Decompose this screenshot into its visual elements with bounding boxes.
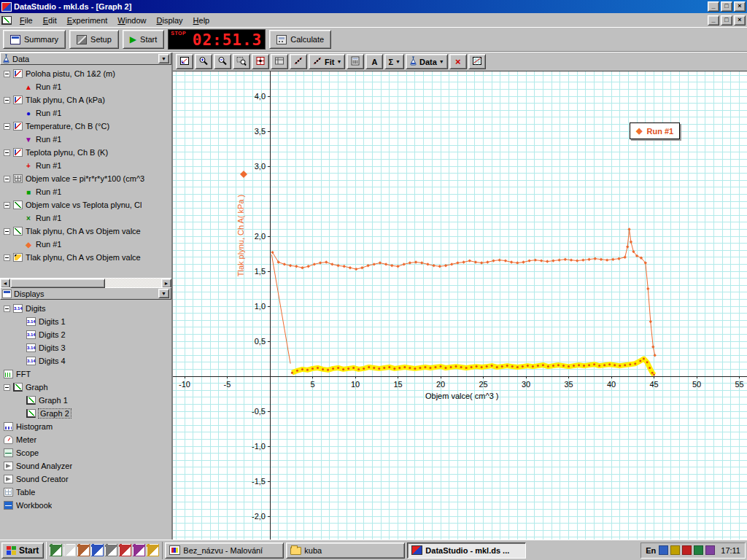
display-item[interactable]: Sound Creator <box>0 472 171 486</box>
menu-item-help[interactable]: Help <box>188 15 215 26</box>
tree-collapse-icon[interactable] <box>4 149 10 156</box>
start-menu-button[interactable]: Start <box>1 542 44 559</box>
tree-collapse-icon[interactable] <box>4 202 10 209</box>
graph-canvas[interactable]: -10-55101520253035404550554,03,53,02,01,… <box>173 71 747 540</box>
data-item[interactable]: Tlak plynu, Ch A vs Objem valce <box>0 225 171 238</box>
tree-collapse-icon[interactable] <box>4 254 10 261</box>
data-menu-button[interactable]: Data▼ <box>406 54 448 69</box>
data-item[interactable]: Teplota plynu, Ch B (K) <box>0 146 171 159</box>
scrollbar-track[interactable] <box>10 279 161 287</box>
graph-legend[interactable]: ◆ Run #1 <box>630 122 680 139</box>
scheduler-icon[interactable] <box>670 545 680 555</box>
tree-collapse-icon[interactable] <box>4 384 10 391</box>
task-button[interactable]: DataStudio - mkl.ds ... <box>407 542 526 559</box>
tree-collapse-icon[interactable] <box>4 306 10 312</box>
display-item[interactable]: Scope <box>0 446 171 459</box>
data-run-item[interactable]: ■Run #1 <box>0 185 171 198</box>
antivirus-icon[interactable] <box>682 545 692 555</box>
display-subitem[interactable]: Graph 2 <box>0 407 171 420</box>
tree-collapse-icon[interactable] <box>4 176 10 182</box>
menu-item-experiment[interactable]: Experiment <box>62 15 113 26</box>
display-item[interactable]: Histogram <box>0 420 171 433</box>
graph-settings-button[interactable] <box>468 54 486 69</box>
zoom-select-button[interactable] <box>233 54 250 69</box>
data-panel-header[interactable]: Data ▼ <box>0 52 171 65</box>
quicklaunch-icon-2[interactable] <box>63 544 76 556</box>
child-restore-button[interactable]: □ <box>721 15 732 26</box>
child-minimize-button[interactable]: _ <box>708 15 719 26</box>
scale-to-fit-button[interactable] <box>176 54 193 69</box>
displays-panel-header[interactable]: Displays ▼ <box>0 287 171 300</box>
setup-button[interactable]: Setup <box>69 30 119 49</box>
quicklaunch-icon-6[interactable] <box>119 544 131 556</box>
zoom-in-button[interactable] <box>195 54 212 69</box>
display-subitem[interactable]: Digits 1 <box>0 315 171 328</box>
display-item[interactable]: Table <box>0 486 171 499</box>
data-item[interactable]: Objem valce = pi*r*r*y*100 (cm^3 <box>0 172 171 185</box>
tree-collapse-icon[interactable] <box>4 97 10 104</box>
volume-icon[interactable] <box>694 545 703 555</box>
display-item[interactable]: Meter <box>0 433 171 446</box>
annotation-tool-button[interactable] <box>271 54 288 69</box>
display-subitem[interactable]: Digits 3 <box>0 341 171 354</box>
maximize-button[interactable]: □ <box>721 1 732 12</box>
display-item[interactable]: Workbook <box>0 499 171 512</box>
tree-collapse-icon[interactable] <box>4 71 10 77</box>
data-run-item[interactable]: ●Run #1 <box>0 106 171 120</box>
display-subitem[interactable]: Digits 4 <box>0 354 171 368</box>
displays-panel-dropdown-button[interactable]: ▼ <box>158 289 169 298</box>
menu-item-edit[interactable]: Edit <box>38 15 62 26</box>
task-button[interactable]: Bez_názvu - Malování <box>165 542 284 559</box>
calculate-tool-button[interactable] <box>347 54 364 69</box>
summary-button[interactable]: Summary <box>3 30 66 49</box>
display-subitem[interactable]: Graph 1 <box>0 394 171 407</box>
close-button[interactable]: × <box>734 1 746 12</box>
child-close-button[interactable]: × <box>734 15 746 26</box>
data-item[interactable]: Objem valce vs Teplota plynu, Cl <box>0 198 171 211</box>
zoom-out-button[interactable] <box>214 54 231 69</box>
minimize-button[interactable]: _ <box>708 1 719 12</box>
data-run-item[interactable]: ×Run #1 <box>0 211 171 225</box>
tree-collapse-icon[interactable] <box>4 123 10 130</box>
quicklaunch-icon-4[interactable] <box>91 544 104 556</box>
child-window-icon[interactable] <box>1 16 12 25</box>
data-item[interactable]: Poloha pistu, Ch 1&2 (m) <box>0 67 171 80</box>
display-settings-icon[interactable] <box>705 545 715 555</box>
graph-plot-area[interactable]: -10-55101520253035404550554,03,53,02,01,… <box>173 71 747 540</box>
quicklaunch-icon-5[interactable] <box>105 544 117 556</box>
start-button[interactable]: ▶ Start <box>123 30 164 49</box>
quicklaunch-icon-7[interactable] <box>133 544 145 556</box>
calculate-button[interactable]: Calculate <box>269 30 331 49</box>
data-item[interactable]: Temperature, Ch B (°C) <box>0 120 171 133</box>
display-item[interactable]: Digits <box>0 302 171 315</box>
slope-tool-button[interactable] <box>290 54 307 69</box>
menu-item-window[interactable]: Window <box>112 15 151 26</box>
data-panel-dropdown-button[interactable]: ▼ <box>158 54 169 63</box>
keyboard-layout-indicator[interactable]: En <box>646 546 656 555</box>
display-item[interactable]: Graph <box>0 381 171 394</box>
display-item[interactable]: FFT <box>0 368 171 381</box>
display-subitem[interactable]: Digits 2 <box>0 328 171 341</box>
data-run-item[interactable]: ◆Run #1 <box>0 238 171 251</box>
quicklaunch-icon-3[interactable] <box>77 544 90 556</box>
quicklaunch-icon-1[interactable] <box>50 544 62 556</box>
keyboard-icon[interactable] <box>659 545 668 555</box>
menu-item-display[interactable]: Display <box>152 15 188 26</box>
display-item[interactable]: Sound Analyzer <box>0 459 171 472</box>
scrollbar-thumb[interactable] <box>10 279 105 288</box>
task-button[interactable]: kuba <box>286 542 405 559</box>
data-run-item[interactable]: +Run #1 <box>0 159 171 172</box>
tree-collapse-icon[interactable] <box>4 228 10 235</box>
data-run-item[interactable]: ▲Run #1 <box>0 80 171 93</box>
data-item[interactable]: Tlak plynu, Ch A vs Objem valce <box>0 251 171 264</box>
data-run-item[interactable]: ▼Run #1 <box>0 133 171 146</box>
statistics-menu-button[interactable]: Σ▼ <box>384 54 404 69</box>
menu-item-file[interactable]: File <box>15 15 38 26</box>
slope-icon <box>293 56 303 67</box>
data-item[interactable]: Tlak plynu, Ch A (kPa) <box>0 93 171 106</box>
text-tool-button[interactable]: A <box>365 54 383 69</box>
smart-tool-button[interactable] <box>252 54 269 69</box>
fit-menu-button[interactable]: Fit▼ <box>309 54 345 69</box>
quicklaunch-icon-8[interactable] <box>147 544 159 556</box>
delete-button[interactable]: × <box>449 54 467 69</box>
